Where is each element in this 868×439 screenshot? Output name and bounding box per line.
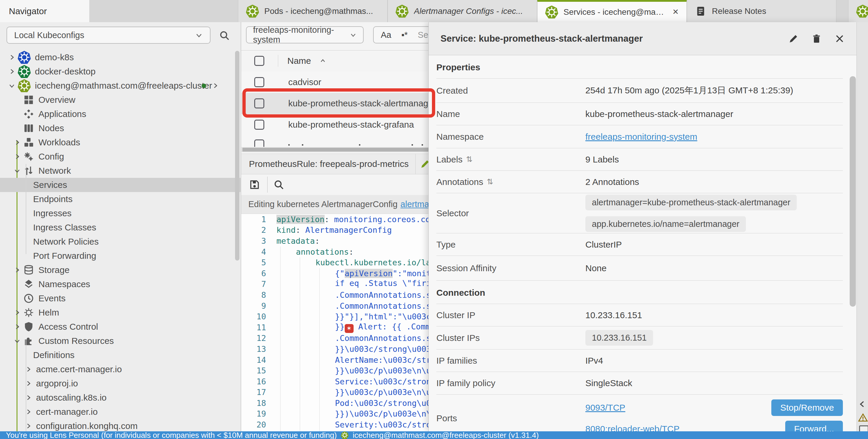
chevron-right-icon[interactable] <box>212 82 219 89</box>
sidebar-item-network[interactable]: Network <box>0 164 241 178</box>
row-checkbox[interactable] <box>254 120 264 130</box>
match-case-icon[interactable]: Aa <box>381 30 391 40</box>
sidebar-item-helm[interactable]: Helm <box>0 305 241 319</box>
search-icon[interactable] <box>219 30 230 41</box>
port-link[interactable]: 8080:reloader-web/TCP <box>585 424 680 432</box>
chevron-right-icon[interactable] <box>13 267 21 274</box>
namespace-select[interactable]: freeleaps-monitoring-system <box>246 26 364 43</box>
sidebar-item-configuration-konghq-com[interactable]: configuration.konghq.com <box>0 419 241 431</box>
select-all-checkbox[interactable] <box>254 56 264 66</box>
namespace-link[interactable]: freeleaps-monitoring-system <box>585 132 843 142</box>
code-text: metadata: <box>276 236 319 245</box>
lens-window: Navigator Pods - icecheng@mathmas...Aler… <box>0 0 868 439</box>
chevron-left-icon[interactable] <box>858 400 867 409</box>
chevron-right-icon[interactable] <box>8 68 16 75</box>
sidebar-item-namespaces[interactable]: Namespaces <box>0 277 241 291</box>
line-number: 19 <box>241 409 266 418</box>
tab-bar: Navigator Pods - icecheng@mathmas...Aler… <box>0 0 868 23</box>
sidebar-item-label: cert-manager.io <box>36 407 98 417</box>
tab-pods[interactable]: Pods - icecheng@mathmas... <box>238 0 388 22</box>
row-checkbox[interactable] <box>254 139 264 147</box>
sidebar-item-ingress-classes[interactable]: Ingress Classes <box>0 221 241 235</box>
line-number: 20 <box>241 420 266 429</box>
sidebar-item-label: Storage <box>38 265 69 275</box>
status-bar: You're using Lens Personal (for individu… <box>0 431 868 439</box>
row-checkbox[interactable] <box>254 77 264 87</box>
sidebar-item-argoproj-io[interactable]: argoproj.io <box>0 376 241 391</box>
sidebar-item-label: Services <box>33 180 67 190</box>
sidebar-item-workloads[interactable]: Workloads <box>0 135 241 149</box>
kubernetes-icon <box>856 5 868 18</box>
sidebar-item-storage[interactable]: Storage <box>0 263 241 277</box>
chevron-down-icon[interactable] <box>13 337 21 344</box>
sidebar-item-docker-desktop[interactable]: docker-desktop <box>0 64 241 78</box>
stop-removebutton[interactable]: Stop/Remove <box>771 399 843 416</box>
row-value: 10.233.16.151 <box>585 310 843 320</box>
sidebar-item-nodes[interactable]: Nodes <box>0 121 241 135</box>
name-column-header[interactable]: Name <box>287 56 311 66</box>
sort-toggle-icon[interactable]: ⇅ <box>466 155 472 164</box>
close-icon[interactable]: ✕ <box>672 7 679 16</box>
trash-icon[interactable] <box>811 33 822 44</box>
kubernetes-icon <box>396 5 409 18</box>
config-icon <box>23 151 34 162</box>
sidebar-item-custom-resources[interactable]: Custom Resources <box>0 334 241 348</box>
sort-asc-icon[interactable] <box>319 57 327 64</box>
service-detail-drawer: Service: kube-prometheus-stack-alertmana… <box>428 22 857 431</box>
chevron-down-icon[interactable] <box>13 167 21 174</box>
storage-icon <box>23 264 34 276</box>
chevron-right-icon[interactable] <box>13 309 21 316</box>
sidebar-item-overview[interactable]: Overview <box>0 93 241 107</box>
row-checkbox[interactable] <box>254 98 264 108</box>
chevron-down-icon[interactable] <box>8 82 16 89</box>
sidebar-item-autoscaling-k8s-io[interactable]: autoscaling.k8s.io <box>0 391 241 405</box>
sidebar-item-access-control[interactable]: Access Control <box>0 319 241 334</box>
sidebar-item-ingresses[interactable]: Ingresses <box>0 206 241 221</box>
drawer-scrollbar[interactable] <box>850 76 856 307</box>
sidebar-scrollbar[interactable] <box>235 51 240 261</box>
divider <box>267 177 268 193</box>
close-icon[interactable] <box>834 33 845 44</box>
navigator-panel-tab[interactable]: Navigator <box>0 0 89 22</box>
kubernetes-cluster-icon <box>18 51 31 64</box>
sidebar-item-network-policies[interactable]: Network Policies <box>0 235 241 249</box>
sidebar-item-port-forwarding[interactable]: Port Forwarding <box>0 249 241 263</box>
sort-toggle-icon[interactable]: ⇅ <box>487 177 493 187</box>
forward-button[interactable]: Forward... <box>785 421 843 432</box>
port-link[interactable]: 9093/TCP <box>585 403 625 413</box>
sidebar-item-demo-k8s[interactable]: demo-k8s <box>0 50 241 64</box>
line-number: 8 <box>241 291 266 300</box>
tab-release[interactable]: Release Notes <box>687 0 836 22</box>
search-icon[interactable] <box>273 179 284 190</box>
divider <box>278 55 278 67</box>
sidebar-item-acme-cert-manager-io[interactable]: acme.cert-manager.io <box>0 362 241 376</box>
sidebar-item-config[interactable]: Config <box>0 149 241 164</box>
warning-icon[interactable] <box>858 413 868 423</box>
kubeconfig-select[interactable]: Local Kubeconfigs <box>6 27 211 44</box>
sidebar-item-icecheng-mathmast-com-freeleaps-cluster[interactable]: icecheng@mathmast.com@freeleaps-cluster <box>0 78 241 93</box>
sidebar-item-endpoints[interactable]: Endpoints <box>0 192 241 206</box>
sidebar-item-label: Helm <box>38 308 59 317</box>
chevron-right-icon[interactable] <box>13 323 21 330</box>
save-icon[interactable] <box>249 179 260 190</box>
tab-services[interactable]: Services - icecheng@math...✕ <box>537 0 687 22</box>
tab-partial[interactable] <box>848 0 868 22</box>
regex-icon[interactable]: ▪* <box>401 30 408 40</box>
sidebar-item-services[interactable]: Services <box>0 178 241 192</box>
chevron-right-icon[interactable] <box>13 153 21 160</box>
drawer-title: Service: kube-prometheus-stack-alertmana… <box>440 33 776 44</box>
sidebar-item-label: configuration.konghq.com <box>36 421 138 431</box>
sidebar-item-applications[interactable]: Applications <box>0 107 241 121</box>
detail-row-session-affinity: Session AffinityNone <box>436 256 843 281</box>
row-label: Annotations <box>436 177 483 187</box>
sidebar-item-label: Nodes <box>38 123 64 133</box>
edit-pencil-icon[interactable] <box>788 33 799 44</box>
chevron-right-icon[interactable] <box>8 54 16 61</box>
sidebar-item-events[interactable]: Events <box>0 291 241 305</box>
sidebar-item-cert-manager-io[interactable]: cert-manager.io <box>0 405 241 419</box>
row-label: Name <box>436 109 460 119</box>
crd-indent-guide <box>26 340 26 431</box>
chevron-right-icon[interactable] <box>13 139 21 146</box>
tab-alertmanager[interactable]: Alertmanager Configs - icec... <box>388 0 537 22</box>
sidebar-item-definitions[interactable]: Definitions <box>0 348 241 362</box>
